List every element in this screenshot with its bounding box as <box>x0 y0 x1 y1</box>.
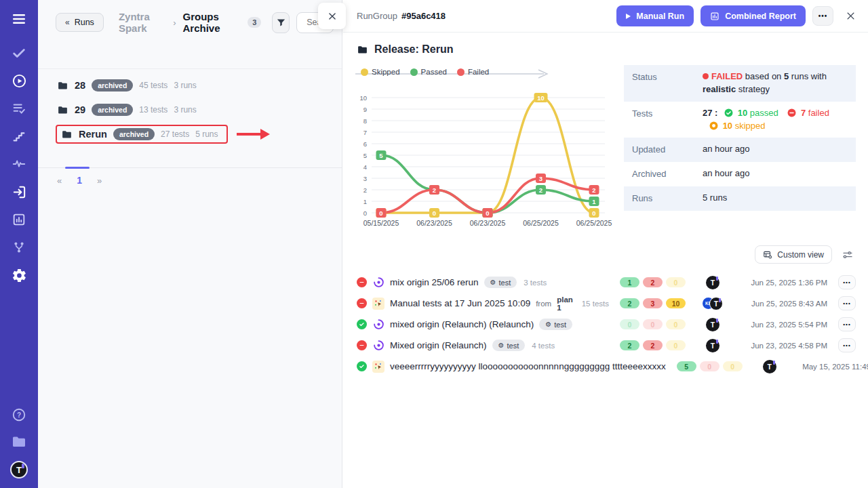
passed-dot-icon <box>410 68 418 76</box>
run-row[interactable]: Manual tests at 17 Jun 2025 10:09 from p… <box>357 293 856 314</box>
test-plans-icon[interactable] <box>11 100 27 117</box>
avatar[interactable]: T <box>706 339 719 352</box>
user-avatar[interactable]: T <box>10 461 28 479</box>
pagination: « 1 » <box>38 167 342 186</box>
folder-icon <box>357 44 368 56</box>
automated-run-icon <box>372 319 384 331</box>
branches-icon[interactable] <box>11 239 27 256</box>
chevrons-left-icon: « <box>65 18 70 27</box>
run-name[interactable]: mix origin 25/06 rerun <box>390 277 479 287</box>
back-to-runs-button[interactable]: « Runs <box>56 13 104 32</box>
rungroup-title: Release: Rerun <box>374 43 454 56</box>
avatar[interactable]: T <box>706 276 719 289</box>
svg-text:06/23/2025: 06/23/2025 <box>470 219 506 227</box>
settings-gear-icon[interactable] <box>11 267 27 283</box>
svg-text:10: 10 <box>537 94 545 102</box>
group-row-29[interactable]: 29 archived 13 tests 3 runs <box>56 100 202 119</box>
run-row[interactable]: mix origin 25/06 rerun ⚙test 3 tests 1 2… <box>357 272 856 293</box>
legend-failed[interactable]: Failed <box>457 68 489 76</box>
tag-test-badge[interactable]: ⚙test <box>492 340 526 351</box>
page-1-button[interactable]: 1 <box>77 175 82 186</box>
svg-text:8: 8 <box>363 117 367 125</box>
group-name[interactable]: Rerun <box>79 129 107 140</box>
run-more-button[interactable]: ••• <box>838 338 856 352</box>
result-badges: 2 3 10 <box>620 298 688 308</box>
run-date: Jun 23, 2025 4:58 PM <box>738 342 827 350</box>
next-page-button[interactable]: » <box>97 176 102 186</box>
archived-badge: archived <box>113 128 155 140</box>
svg-text:2: 2 <box>592 186 595 194</box>
result-badges: 0 0 0 <box>620 319 688 329</box>
legend-passed[interactable]: Passed <box>410 68 447 76</box>
run-name[interactable]: mixed origin (Relaunch) (Relaunch) <box>390 319 534 329</box>
tag-test-badge[interactable]: ⚙test <box>484 277 517 288</box>
import-icon[interactable] <box>11 184 27 200</box>
svg-text:0: 0 <box>486 209 489 217</box>
run-name[interactable]: Manual tests at 17 Jun 2025 10:09 <box>390 298 530 308</box>
panel-close-button[interactable] <box>318 3 346 29</box>
display-settings-icon[interactable] <box>842 249 853 260</box>
prev-page-button[interactable]: « <box>57 176 62 186</box>
svg-text:3: 3 <box>539 175 542 182</box>
breadcrumb-current: Groups Archive <box>183 11 241 34</box>
close-icon <box>328 12 337 21</box>
analytics-pulse-icon[interactable] <box>11 156 27 172</box>
svg-text:0: 0 <box>379 209 382 217</box>
legend-skipped[interactable]: Skipped <box>361 68 400 76</box>
skipped-badge: 0 <box>666 277 686 287</box>
group-stats: 45 tests 3 runs <box>139 81 196 90</box>
avatar[interactable]: T <box>706 318 719 331</box>
run-name[interactable]: veeeerrrrryyyyyyyyyy llooooooooooonnnnng… <box>390 361 666 371</box>
custom-view-button[interactable]: Custom view <box>755 245 832 264</box>
filter-button[interactable] <box>272 12 290 33</box>
run-more-button[interactable]: ••• <box>838 275 856 289</box>
gear-icon: ⚙ <box>545 321 551 328</box>
archived-badge: archived <box>92 104 133 116</box>
projects-folder-icon[interactable] <box>11 434 27 450</box>
runs-row: Runs 5 runs <box>624 186 856 211</box>
run-more-button[interactable]: ••• <box>838 296 856 310</box>
passed-badge: 0 <box>620 319 639 329</box>
help-icon[interactable]: ? <box>11 407 27 423</box>
svg-text:?: ? <box>17 411 21 419</box>
group-name[interactable]: 28 <box>75 80 85 91</box>
svg-text:0: 0 <box>433 209 436 217</box>
more-actions-button[interactable]: ••• <box>812 6 833 26</box>
breadcrumb-project[interactable]: Zyntra Spark <box>119 11 166 34</box>
archived-row: Archived an hour ago <box>624 162 856 186</box>
group-name[interactable]: 29 <box>75 104 85 115</box>
checks-icon[interactable] <box>11 45 27 61</box>
pagination-divider <box>38 167 342 168</box>
tag-test-badge[interactable]: ⚙test <box>539 319 572 330</box>
svg-text:05/15/2025: 05/15/2025 <box>363 219 399 227</box>
plan-link[interactable]: plan 1 <box>557 296 575 312</box>
manual-run-label: Manual Run <box>636 12 684 21</box>
svg-text:4: 4 <box>363 163 367 171</box>
combined-report-button[interactable]: Combined Report <box>701 5 806 26</box>
custom-view-label: Custom view <box>777 250 824 260</box>
run-name[interactable]: Mixed origin (Relaunch) <box>390 340 487 350</box>
run-row[interactable]: veeeerrrrryyyyyyyyyy llooooooooooonnnnng… <box>357 356 856 377</box>
menu-icon[interactable] <box>11 11 27 27</box>
tests-row: Tests 27 : 10 passed 7 failed 10 skipped <box>624 102 856 138</box>
group-row-28[interactable]: 28 archived 45 tests 3 runs <box>56 76 202 95</box>
folder-icon <box>57 80 68 92</box>
run-more-button[interactable]: ••• <box>838 317 856 331</box>
detail-close-button[interactable] <box>846 11 856 21</box>
avatar[interactable]: T <box>709 297 723 310</box>
failed-badge: 0 <box>643 319 663 329</box>
runs-play-icon[interactable] <box>11 73 27 89</box>
svg-text:2: 2 <box>363 186 367 194</box>
run-tests-count: 3 tests <box>524 279 547 287</box>
group-row-rerun-highlighted[interactable]: Rerun archived 27 tests 5 runs <box>56 125 228 144</box>
runs-list: mix origin 25/06 rerun ⚙test 3 tests 1 2… <box>343 268 868 377</box>
run-row[interactable]: mixed origin (Relaunch) (Relaunch) ⚙test… <box>357 314 856 335</box>
svg-text:6: 6 <box>363 140 367 148</box>
group-runs-count: 3 runs <box>174 105 196 115</box>
manual-run-button[interactable]: Manual Run <box>616 5 694 26</box>
avatar[interactable]: T <box>763 360 776 373</box>
steps-icon[interactable] <box>11 128 27 144</box>
reports-chart-icon[interactable] <box>11 211 27 228</box>
passed-check-icon <box>724 108 733 117</box>
run-row[interactable]: Mixed origin (Relaunch) ⚙test 4 tests 2 … <box>357 335 856 356</box>
